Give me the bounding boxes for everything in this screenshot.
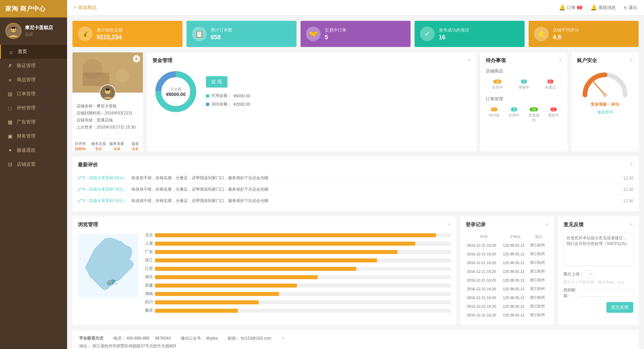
- svg-rect-11: [83, 72, 109, 86]
- todo-rejected[interactable]: 0 未通过: [538, 77, 562, 92]
- review-user-1: y**6（高级水果蛋糕-58元）: [78, 187, 131, 192]
- stats-row: 💰 累计销售金额 ¥215,234 📋 累计订单数 658 🤝: [72, 21, 639, 47]
- feedback-email: 您的邮箱：: [564, 287, 633, 299]
- stat-icon-orders: 📋: [192, 27, 207, 41]
- speed-title: 速度: [127, 141, 143, 146]
- review-title: 最新评价: [78, 162, 98, 168]
- stat-icon-rating: ⭐: [534, 27, 549, 41]
- stat-value-sales: ¥215,234: [97, 34, 123, 41]
- shop-expire: 店铺到期时间：2016年9月22日: [76, 110, 139, 116]
- nav-item-reviews[interactable]: □ 评价管理: [0, 101, 67, 115]
- review-user-2: y**6（高级水果蛋糕-58元）: [78, 198, 131, 204]
- nav-label-verify: 验证管理: [17, 63, 36, 69]
- login-row: 2016-12-21 16:20 125.98.55.12 浙江杭州: [466, 276, 548, 284]
- feedback-title: 意见反馈: [564, 221, 584, 228]
- verify-icon: ✗: [7, 63, 13, 69]
- browse-bar-row: 上海: [144, 241, 451, 246]
- donut-center: 总金额 ¥8000.00: [166, 87, 185, 97]
- settings-icon: ⊟: [7, 161, 13, 167]
- login-time: 2016-12-21 16:20: [466, 267, 501, 276]
- nav-item-refund[interactable]: ✦ 极速退款: [0, 143, 67, 157]
- nav-label-orders: 订单管理: [17, 91, 36, 97]
- review-row: y**6（高级水果蛋糕-58元） 味道很不错，价格实惠，分量足，还帮我送到家门口…: [78, 195, 633, 206]
- nav-label-ads: 广告管理: [17, 119, 36, 125]
- nav-item-finance[interactable]: ▣ 财务管理: [0, 129, 67, 143]
- bar-track: [155, 258, 451, 262]
- login-table: 时间 IP地址 地点 2016-12-21 16:20 125.98.55.12…: [466, 232, 549, 320]
- main-area: + 添加商品 🔔 订单 1 🔔 系统消息 ⎋ 退出: [67, 0, 644, 349]
- nav-item-verify[interactable]: ✗ 验证管理: [0, 59, 67, 73]
- review-add-icon[interactable]: +: [630, 161, 633, 168]
- todo-trading[interactable]: 3 交易中: [505, 105, 523, 125]
- browse-bar-row: 湖北: [144, 274, 451, 280]
- stat-info-orders: 累计订单数 658: [211, 27, 232, 41]
- shop-avatar-wrapper: [72, 85, 143, 101]
- review-time-0: 12:30: [613, 176, 633, 181]
- fund-card: 资金管理 +: [147, 52, 476, 151]
- platform-add-icon[interactable]: +: [281, 335, 285, 342]
- login-location: 浙江杭州: [529, 302, 548, 310]
- todo-pending-pay[interactable]: 2 待付款: [486, 105, 503, 125]
- donut-label: 总金额: [166, 87, 185, 92]
- shop-name: 店铺名称：摩尼卡蛋糕: [76, 103, 139, 109]
- todo-refunding[interactable]: 1 退款中: [545, 105, 562, 125]
- logout-button[interactable]: ⎋ 退出: [624, 5, 637, 11]
- shop-banner-add-icon[interactable]: +: [133, 55, 140, 62]
- nav-item-home[interactable]: ⌂ 首页: [0, 45, 67, 59]
- feedback-textarea[interactable]: [564, 232, 633, 266]
- bar-label: 上海: [144, 241, 153, 246]
- submit-button[interactable]: 提交反馈: [606, 302, 633, 313]
- login-row: 2016-12-21 16:20 125.98.55.12 浙江杭州: [466, 294, 548, 302]
- stat-card-rating: ⭐ 店铺平均评分 4.9: [529, 21, 639, 47]
- rating-service-quality: 服务质量 4.9: [109, 141, 125, 151]
- email-input[interactable]: [578, 289, 633, 297]
- upload-button[interactable]: +: [586, 270, 594, 278]
- svg-point-3: [12, 30, 13, 31]
- fund-header: 资金管理 +: [152, 57, 471, 64]
- bar-label: 浙江: [144, 257, 153, 263]
- stat-value-orders: 658: [211, 34, 232, 41]
- nav-label-home: 首页: [18, 49, 27, 55]
- login-ip: 125.98.55.12: [502, 259, 529, 267]
- bar-fill: [155, 300, 259, 304]
- login-location: 浙江杭州: [529, 241, 548, 249]
- browse-card: 浏览管理 +: [72, 216, 456, 325]
- nav-item-settings[interactable]: ⊟ 店铺设置: [0, 157, 67, 171]
- fund-add-icon[interactable]: +: [467, 57, 471, 64]
- todo-add-icon[interactable]: +: [558, 57, 562, 64]
- nav-item-ads[interactable]: ▦ 广告管理: [0, 115, 67, 129]
- login-ip: 125.98.55.12: [502, 241, 529, 249]
- todo-shop-goods-items: 16 在售中 3 审核中 0 未通过: [486, 77, 562, 92]
- notification-button[interactable]: 🔔 系统消息: [590, 4, 616, 11]
- nav-item-goods[interactable]: ≡ 商品管理: [0, 73, 67, 87]
- security-add-icon[interactable]: +: [630, 57, 633, 64]
- change-password-link[interactable]: 修改密码: [577, 109, 633, 115]
- withdraw-button[interactable]: 提 现: [206, 76, 227, 88]
- review-header: 最新评价 +: [78, 161, 633, 168]
- nav-item-orders[interactable]: ▤ 订单管理: [0, 87, 67, 101]
- shop-avatar: [100, 85, 116, 101]
- avatar: [5, 23, 21, 39]
- donut-value: ¥8000.00: [166, 92, 185, 97]
- add-product-button[interactable]: + 添加商品: [74, 5, 97, 11]
- fund-title: 资金管理: [152, 57, 172, 64]
- login-add-icon[interactable]: +: [545, 221, 549, 228]
- stat-label-rating: 店铺平均评分: [553, 27, 579, 33]
- content-area: 💰 累计销售金额 ¥215,234 📋 累计订单数 658 🤝: [67, 15, 644, 349]
- stat-label-sales: 累计销售金额: [97, 27, 123, 33]
- login-row: 2016-12-21 16:20 125.98.55.12 浙江杭州: [466, 302, 548, 310]
- todo-reviewing[interactable]: 3 审核中: [512, 77, 536, 92]
- bar-track: [155, 233, 451, 237]
- login-ip: 125.98.55.12: [502, 311, 529, 319]
- orders-icon: ▤: [7, 91, 13, 97]
- svg-rect-14: [106, 89, 110, 91]
- feedback-add-icon[interactable]: +: [630, 221, 633, 228]
- security-title: 账户安全: [577, 57, 597, 64]
- todo-on-sale[interactable]: 16 在售中: [486, 77, 509, 92]
- todo-success[interactable]: 16 交易成功: [525, 105, 542, 125]
- orders-button[interactable]: 🔔 订单 1: [559, 4, 582, 11]
- svg-point-20: [604, 94, 606, 96]
- sidebar-user-role: 总店: [25, 32, 53, 37]
- review-row: y**6（高级水果蛋糕-58元） 味道很不错，价格实惠，分量足，还帮我送到家门口…: [78, 184, 633, 195]
- browse-add-icon[interactable]: +: [447, 221, 451, 228]
